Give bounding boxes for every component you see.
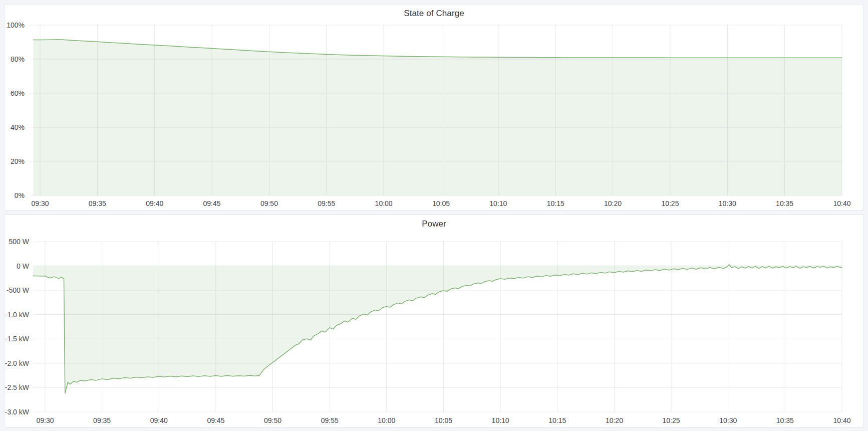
svg-text:10:30: 10:30 — [719, 416, 737, 424]
svg-text:10:20: 10:20 — [604, 199, 622, 207]
svg-text:10:05: 10:05 — [432, 199, 450, 207]
svg-text:09:45: 09:45 — [203, 199, 221, 207]
svg-text:09:30: 09:30 — [31, 199, 49, 207]
panel-state-of-charge: State of Charge 100%80%60%40%20%0%09:300… — [4, 4, 864, 210]
svg-text:10:25: 10:25 — [661, 199, 679, 207]
svg-text:-2.5 kW: -2.5 kW — [5, 383, 30, 391]
svg-text:09:40: 09:40 — [146, 199, 163, 207]
svg-text:10:05: 10:05 — [435, 416, 452, 424]
svg-text:10:15: 10:15 — [547, 199, 564, 207]
svg-text:09:50: 09:50 — [264, 416, 281, 424]
svg-text:-1.0 kW: -1.0 kW — [5, 311, 30, 319]
svg-text:09:50: 09:50 — [260, 199, 278, 207]
svg-text:09:35: 09:35 — [93, 416, 111, 424]
svg-text:10:35: 10:35 — [776, 199, 793, 207]
svg-text:0 W: 0 W — [17, 262, 30, 270]
power-chart[interactable]: 500 W0 W-500 W-1.0 kW-1.5 kW-2.0 kW-2.5 … — [5, 215, 863, 427]
svg-text:10:35: 10:35 — [776, 416, 794, 424]
svg-text:10:25: 10:25 — [663, 416, 680, 424]
panel-power: Power 500 W0 W-500 W-1.0 kW-1.5 kW-2.0 k… — [4, 214, 864, 427]
svg-text:-3.0 kW: -3.0 kW — [5, 408, 30, 416]
svg-text:10:10: 10:10 — [492, 416, 509, 424]
svg-text:-1.5 kW: -1.5 kW — [5, 335, 30, 343]
state-of-charge-chart[interactable]: 100%80%60%40%20%0%09:3009:3509:4009:4509… — [5, 5, 863, 210]
svg-text:10:00: 10:00 — [378, 416, 395, 424]
svg-text:09:40: 09:40 — [150, 416, 168, 424]
svg-text:10:30: 10:30 — [719, 199, 736, 207]
svg-text:10:15: 10:15 — [548, 416, 566, 424]
svg-text:80%: 80% — [11, 55, 25, 63]
svg-text:10:10: 10:10 — [489, 199, 507, 207]
svg-text:40%: 40% — [11, 123, 25, 131]
svg-text:20%: 20% — [11, 157, 25, 165]
svg-text:09:55: 09:55 — [321, 416, 339, 424]
svg-text:10:00: 10:00 — [375, 199, 393, 207]
svg-text:09:35: 09:35 — [89, 199, 106, 207]
dashboard: { "page": { "background": "#f4f5f9", "pa… — [0, 0, 868, 431]
svg-text:500 W: 500 W — [9, 238, 30, 246]
svg-text:60%: 60% — [11, 89, 25, 97]
svg-text:0%: 0% — [15, 191, 25, 199]
svg-text:09:45: 09:45 — [207, 416, 224, 424]
svg-text:09:30: 09:30 — [36, 416, 54, 424]
svg-text:-2.0 kW: -2.0 kW — [5, 359, 30, 367]
svg-text:-500 W: -500 W — [7, 286, 30, 294]
svg-text:10:40: 10:40 — [833, 416, 850, 424]
svg-text:10:20: 10:20 — [606, 416, 623, 424]
svg-text:100%: 100% — [7, 21, 25, 29]
svg-text:10:40: 10:40 — [833, 199, 850, 207]
svg-text:09:55: 09:55 — [318, 199, 335, 207]
